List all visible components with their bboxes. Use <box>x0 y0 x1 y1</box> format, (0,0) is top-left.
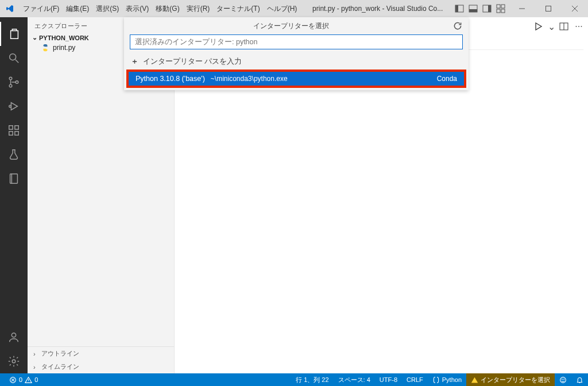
svg-point-39 <box>560 377 566 383</box>
window-controls <box>509 0 588 17</box>
run-play-icon[interactable] <box>534 22 543 31</box>
status-spaces[interactable]: スペース: 4 <box>334 373 375 386</box>
svg-point-40 <box>562 379 562 379</box>
svg-point-18 <box>16 81 18 84</box>
status-interpreter[interactable]: インタープリターを選択 <box>466 373 555 386</box>
folder-label: PYTHON_WORK <box>39 34 89 41</box>
timeline-label: タイムライン <box>41 362 79 371</box>
interpreter-selected-highlight: Python 3.10.8 ('base') ~\miniconda3\pyth… <box>126 70 466 88</box>
svg-point-27 <box>11 333 16 337</box>
svg-rect-11 <box>546 6 551 11</box>
svg-rect-5 <box>488 5 491 12</box>
svg-point-20 <box>9 105 11 107</box>
menu-edit[interactable]: 編集(E) <box>63 4 92 14</box>
svg-point-41 <box>564 379 564 379</box>
refresh-icon[interactable] <box>452 21 463 31</box>
interpreter-enter-path[interactable]: ＋ インタープリター パスを入力 <box>124 54 469 70</box>
status-errors-count: 0 <box>19 376 22 383</box>
svg-line-15 <box>16 60 19 63</box>
status-language[interactable]: Python <box>428 373 466 386</box>
svg-marker-38 <box>471 377 478 383</box>
vscode-logo-icon <box>0 4 20 13</box>
maximize-button[interactable] <box>535 0 562 17</box>
interpreter-option-tag: Conda <box>437 75 457 83</box>
chevron-right-icon: › <box>33 364 38 370</box>
interpreter-picker: インタープリターを選択 ＋ インタープリター パスを入力 Python 3.10… <box>124 17 469 90</box>
settings-gear-icon[interactable] <box>0 349 28 373</box>
outline-section[interactable]: › アウトライン <box>28 347 174 360</box>
run-debug-icon[interactable] <box>0 94 28 118</box>
extensions-icon[interactable] <box>0 118 28 142</box>
close-button[interactable] <box>562 0 588 17</box>
window-title: print.py - python_work - Visual Studio C… <box>300 5 455 13</box>
run-chevron-icon[interactable]: ⌄ <box>549 22 554 31</box>
svg-rect-25 <box>10 174 18 184</box>
menu-view[interactable]: 表示(V) <box>122 4 152 14</box>
svg-point-16 <box>9 77 12 80</box>
split-editor-icon[interactable] <box>559 22 568 31</box>
status-language-label: Python <box>442 376 462 383</box>
testing-icon[interactable] <box>0 142 28 167</box>
chevron-right-icon: › <box>33 350 38 357</box>
notebook-icon[interactable] <box>0 167 28 191</box>
explorer-icon[interactable] <box>0 22 28 46</box>
chevron-down-icon: ⌄ <box>32 34 37 41</box>
menu-go[interactable]: 移動(G) <box>152 4 183 14</box>
menu-bar: ファイル(F) 編集(E) 選択(S) 表示(V) 移動(G) 実行(R) ター… <box>20 4 300 14</box>
svg-rect-8 <box>497 9 500 13</box>
svg-marker-19 <box>11 103 17 110</box>
titlebar: ファイル(F) 編集(E) 選択(S) 表示(V) 移動(G) 実行(R) ター… <box>0 0 588 17</box>
status-bar: 0 0 行 1、列 22 スペース: 4 UTF-8 CRLF Python イ… <box>0 373 588 386</box>
menu-selection[interactable]: 選択(S) <box>92 4 122 14</box>
menu-terminal[interactable]: ターミナル(T) <box>213 4 263 14</box>
interpreter-search-wrapper <box>130 34 463 49</box>
svg-rect-7 <box>501 5 505 8</box>
layout-panel-left-icon[interactable] <box>455 4 464 13</box>
menu-help[interactable]: ヘルプ(H) <box>264 4 301 14</box>
menu-file[interactable]: ファイル(F) <box>20 4 63 14</box>
accounts-icon[interactable] <box>0 325 28 349</box>
interpreter-enter-path-label: インタープリター パスを入力 <box>143 57 242 67</box>
search-icon[interactable] <box>0 46 28 70</box>
source-control-icon[interactable] <box>0 70 28 94</box>
file-label: print.py <box>53 44 75 52</box>
minimize-button[interactable] <box>509 0 535 17</box>
more-icon[interactable]: ··· <box>574 22 583 31</box>
status-interpreter-label: インタープリターを選択 <box>481 376 550 384</box>
svg-point-14 <box>10 54 16 60</box>
timeline-section[interactable]: › タイムライン <box>28 360 174 373</box>
interpreter-option-label: Python 3.10.8 ('base') <box>136 75 205 83</box>
interpreter-search-input[interactable] <box>130 34 463 49</box>
svg-rect-6 <box>497 5 500 8</box>
svg-rect-23 <box>9 132 13 135</box>
python-file-icon <box>41 44 49 52</box>
status-encoding[interactable]: UTF-8 <box>375 373 402 386</box>
outline-label: アウトライン <box>41 349 79 358</box>
status-eol[interactable]: CRLF <box>402 373 428 386</box>
svg-rect-3 <box>469 9 477 12</box>
activity-bar <box>0 17 28 373</box>
plus-icon: ＋ <box>131 57 138 67</box>
svg-marker-29 <box>536 23 541 30</box>
svg-point-28 <box>12 360 16 363</box>
status-cursor[interactable]: 行 1、列 22 <box>291 373 333 386</box>
layout-panel-bottom-icon[interactable] <box>469 4 478 13</box>
status-warnings-count: 0 <box>34 376 38 383</box>
layout-panel-right-icon[interactable] <box>482 4 492 13</box>
svg-rect-24 <box>15 132 18 135</box>
interpreter-picker-title: インタープリターを選択 <box>130 21 452 31</box>
svg-rect-1 <box>455 5 458 12</box>
status-problems[interactable]: 0 0 <box>5 376 42 384</box>
interpreter-option-path: ~\miniconda3\python.exe <box>211 75 288 83</box>
status-feedback-icon[interactable] <box>555 373 571 386</box>
layout-customize-icon[interactable] <box>496 4 505 13</box>
svg-point-17 <box>9 84 12 87</box>
menu-run[interactable]: 実行(R) <box>183 4 214 14</box>
svg-rect-22 <box>15 126 18 129</box>
status-bell-icon[interactable] <box>571 373 588 386</box>
svg-rect-21 <box>9 126 13 129</box>
svg-rect-9 <box>501 9 505 13</box>
interpreter-option-conda-base[interactable]: Python 3.10.8 ('base') ~\miniconda3\pyth… <box>129 72 464 86</box>
